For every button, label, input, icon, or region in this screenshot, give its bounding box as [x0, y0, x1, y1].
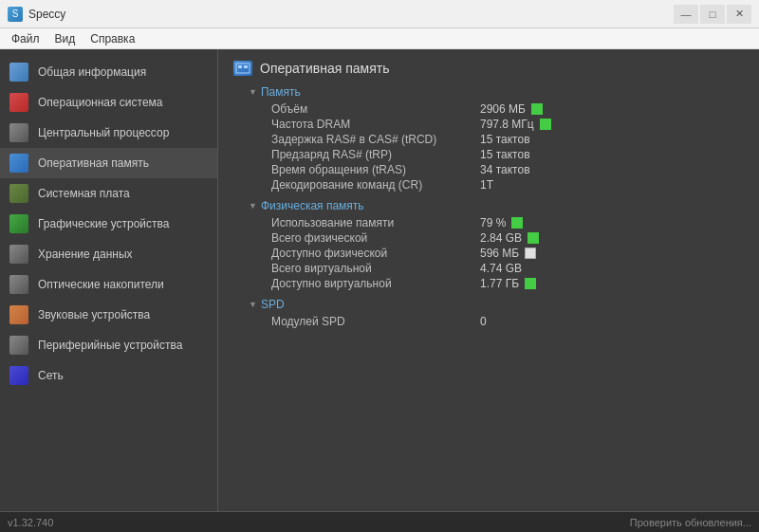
prop-mem-use-value: 79 % — [480, 216, 506, 229]
menu-file[interactable]: Файл — [4, 30, 47, 47]
prop-mem-use: Использование памяти 79 % — [233, 216, 744, 229]
right-panel: Оперативная память ▼ Память Объём 2906 М… — [218, 49, 759, 511]
triangle-physical: ▼ — [249, 201, 257, 211]
sidebar-item-audio[interactable]: Звуковые устройства — [0, 300, 217, 330]
sidebar-label-net: Сеть — [38, 369, 64, 382]
sidebar-item-gpu[interactable]: Графические устройства — [0, 209, 217, 239]
title-bar: S Speccy — □ ✕ — [0, 0, 759, 28]
minimize-button[interactable]: — — [674, 5, 698, 24]
sidebar-label-ram: Оперативная память — [38, 156, 149, 170]
version-label: v1.32.740 — [8, 517, 53, 528]
sidebar-item-cpu[interactable]: Центральный процессор — [0, 118, 217, 148]
prop-volume-value: 2906 МБ — [480, 102, 526, 116]
prop-dram-freq: Частота DRAM 797.8 МГц — [233, 118, 744, 131]
sidebar-item-storage[interactable]: Хранение данных — [0, 239, 217, 269]
prop-trp: Предзаряд RAS# (tRP) 15 тактов — [233, 148, 744, 161]
prop-tras-name: Время обращения (tRAS) — [271, 163, 480, 176]
maximize-button[interactable]: □ — [700, 5, 725, 24]
prop-total-phys-name: Всего физической — [271, 231, 480, 245]
prop-avail-phys-name: Доступно физической — [271, 247, 480, 260]
prop-dram-freq-indicator — [540, 119, 551, 130]
sidebar-label-storage: Хранение данных — [38, 248, 133, 261]
prop-trp-value: 15 тактов — [480, 148, 530, 161]
window-controls: — □ ✕ — [674, 5, 751, 24]
subsection-memory-title: Память — [261, 85, 301, 99]
sidebar-label-os: Операционная система — [38, 96, 163, 109]
prop-dram-freq-name: Частота DRAM — [271, 118, 480, 131]
subsection-spd-title: SPD — [261, 298, 285, 311]
prop-tras: Время обращения (tRAS) 34 тактов — [233, 163, 744, 176]
prop-total-phys-indicator — [528, 232, 539, 244]
prop-total-phys: Всего физической 2.84 GB — [233, 231, 744, 245]
sidebar-label-general: Общая информация — [38, 65, 146, 79]
triangle-memory: ▼ — [249, 87, 257, 97]
prop-volume-indicator — [531, 103, 543, 115]
periph-icon — [9, 336, 28, 355]
gpu-icon — [9, 214, 28, 233]
title-bar-left: S Speccy — [8, 7, 65, 22]
prop-mem-use-indicator — [511, 217, 523, 229]
prop-trp-name: Предзаряд RAS# (tRP) — [271, 148, 480, 161]
status-bar: v1.32.740 Проверить обновления... — [0, 511, 759, 532]
prop-trcd: Задержка RAS# в CAS# (tRCD) 15 тактов — [233, 133, 744, 146]
prop-avail-phys-indicator — [525, 248, 536, 259]
prop-total-phys-value: 2.84 GB — [480, 231, 522, 245]
menu-help[interactable]: Справка — [83, 30, 142, 47]
prop-volume: Объём 2906 МБ — [233, 102, 744, 116]
main-content: Общая информация Операционная система Це… — [0, 49, 759, 511]
sidebar-item-net[interactable]: Сеть — [0, 360, 217, 391]
optical-icon — [9, 275, 28, 294]
subsection-physical: ▼ Физическая память Использование памяти… — [233, 199, 744, 290]
subsection-spd-header[interactable]: ▼ SPD — [233, 298, 744, 311]
sidebar-label-optical: Оптические накопители — [38, 278, 164, 291]
app-title: Speccy — [28, 8, 65, 21]
prop-spd-modules-value: 0 — [480, 315, 487, 328]
prop-total-virt-value: 4.74 GB — [480, 262, 522, 275]
subsection-physical-header[interactable]: ▼ Физическая память — [233, 199, 744, 212]
section-header: Оперативная память — [233, 61, 744, 76]
subsection-physical-title: Физическая память — [261, 199, 364, 212]
cpu-icon — [9, 123, 28, 142]
sidebar-label-gpu: Графические устройства — [38, 217, 169, 230]
prop-mem-use-name: Использование памяти — [271, 216, 480, 229]
prop-volume-name: Объём — [271, 102, 480, 116]
audio-icon — [9, 305, 28, 324]
prop-avail-phys-value: 596 МБ — [480, 247, 519, 260]
menu-view[interactable]: Вид — [47, 30, 83, 47]
close-button[interactable]: ✕ — [727, 5, 751, 24]
sidebar-label-mb: Системная плата — [38, 187, 130, 200]
storage-icon — [9, 245, 28, 264]
ram-icon — [9, 154, 28, 173]
prop-tras-value: 34 тактов — [480, 163, 530, 176]
net-icon — [9, 366, 28, 385]
sidebar-label-cpu: Центральный процессор — [38, 126, 169, 139]
section-title: Оперативная память — [260, 61, 389, 76]
prop-dram-freq-value: 797.8 МГц — [480, 118, 534, 131]
prop-cr-name: Декодирование команд (CR) — [271, 178, 480, 192]
sidebar-item-ram[interactable]: Оперативная память — [0, 148, 217, 178]
prop-total-virt: Всего виртуальной 4.74 GB — [233, 262, 744, 275]
sidebar-item-os[interactable]: Операционная система — [0, 87, 217, 118]
triangle-spd: ▼ — [249, 300, 257, 309]
update-link[interactable]: Проверить обновления... — [630, 517, 751, 528]
os-icon — [9, 93, 28, 112]
sidebar-item-general[interactable]: Общая информация — [0, 57, 217, 87]
sidebar-item-optical[interactable]: Оптические накопители — [0, 269, 217, 300]
prop-cr: Декодирование команд (CR) 1T — [233, 178, 744, 192]
sidebar-item-mb[interactable]: Системная плата — [0, 178, 217, 209]
prop-avail-phys: Доступно физической 596 МБ — [233, 247, 744, 260]
prop-avail-virt-indicator — [525, 278, 536, 289]
sidebar-label-audio: Звуковые устройства — [38, 308, 150, 321]
subsection-spd: ▼ SPD Модулей SPD 0 — [233, 298, 744, 328]
prop-avail-virt-name: Доступно виртуальной — [271, 277, 480, 290]
prop-avail-virt-value: 1.77 ГБ — [480, 277, 519, 290]
svg-rect-2 — [244, 65, 248, 68]
prop-trcd-value: 15 тактов — [480, 133, 530, 146]
menu-bar: Файл Вид Справка — [0, 28, 759, 49]
sidebar-label-periph: Периферийные устройства — [38, 339, 182, 352]
subsection-memory-header[interactable]: ▼ Память — [233, 85, 744, 99]
sidebar-item-periph[interactable]: Периферийные устройства — [0, 330, 217, 360]
app-icon: S — [8, 7, 23, 22]
prop-cr-value: 1T — [480, 178, 493, 192]
prop-spd-modules: Модулей SPD 0 — [233, 315, 744, 328]
